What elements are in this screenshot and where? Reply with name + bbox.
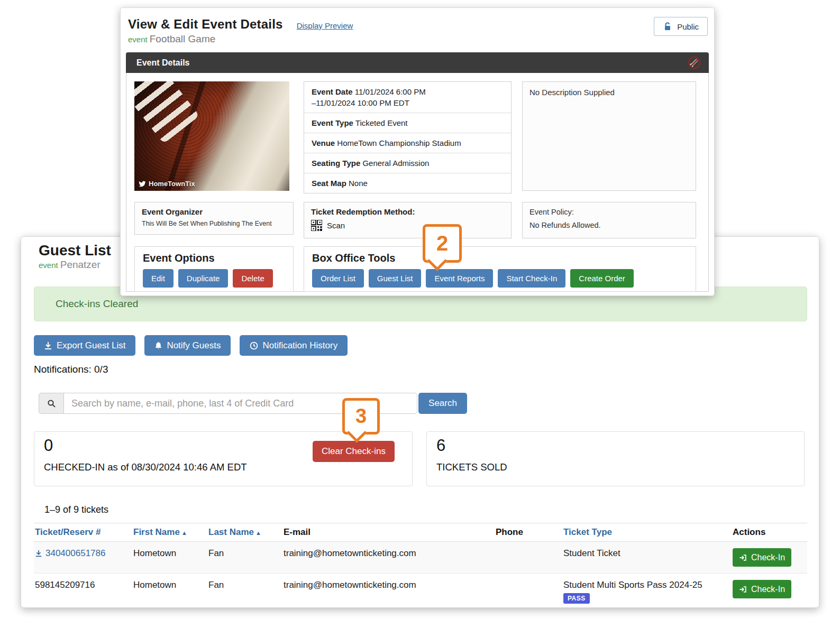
sign-in-icon <box>739 554 747 561</box>
redemption-title: Ticket Redemption Method: <box>311 207 504 216</box>
cell-last-name: Fan <box>207 542 282 574</box>
export-guest-list-label: Export Guest List <box>57 340 125 351</box>
tickets-sold-label: TICKETS SOLD <box>436 461 507 473</box>
notification-history-button[interactable]: Notification History <box>240 335 348 356</box>
sign-in-icon <box>739 586 747 593</box>
twitter-bird-icon <box>139 181 146 187</box>
checked-in-label: CHECKED-IN as of 08/30/2024 10:46 AM EDT <box>44 461 247 473</box>
check-in-button[interactable]: Check-In <box>733 580 791 598</box>
cell-email: training@hometownticketing.com <box>282 542 495 574</box>
step-2-callout: 2 <box>423 224 462 263</box>
col-header-last-name[interactable]: Last Name▲ <box>207 523 282 542</box>
page-title: View & Edit Event Details <box>128 17 283 32</box>
football-stripe <box>171 81 289 191</box>
table-row: 340400651786 Hometown Fan training@homet… <box>34 542 807 574</box>
organizer-title: Event Organizer <box>142 207 286 216</box>
event-options-title: Event Options <box>143 252 285 264</box>
cell-last-name: Fan <box>207 574 282 608</box>
cell-first-name: Hometown <box>132 542 207 574</box>
public-visibility-button[interactable]: Public <box>654 17 708 36</box>
order-list-button[interactable]: Order List <box>312 269 364 288</box>
event-options-box: Event Options Edit Duplicate Delete <box>134 246 294 292</box>
sort-asc-icon: ▲ <box>181 530 187 536</box>
pass-badge: PASS <box>563 593 590 604</box>
field-venue: Venue HomeTown Championship Stadium <box>304 133 511 153</box>
event-label: event <box>39 261 58 270</box>
tickets-sold-stat-card: 6 TICKETS SOLD <box>426 431 805 486</box>
event-name: Penatzer <box>60 259 101 270</box>
clock-icon <box>250 341 258 350</box>
section-title: Event Details <box>136 58 189 68</box>
cell-email: training@hometownticketing.com <box>282 574 495 608</box>
ticket-number-text: 598145209716 <box>34 574 132 608</box>
table-header-row: Ticket/Reserv # First Name▲ Last Name▲ E… <box>34 523 807 542</box>
field-event-type: Event Type Ticketed Event <box>304 113 511 133</box>
image-watermark: HomeTownTix <box>149 180 195 188</box>
field-seating-type: Seating Type General Admission <box>304 153 511 173</box>
clear-checkins-button[interactable]: Clear Check-ins <box>313 441 395 462</box>
cell-phone <box>495 574 562 608</box>
public-label: Public <box>677 22 699 31</box>
check-in-label: Check-In <box>751 553 785 562</box>
create-order-button[interactable]: Create Order <box>570 269 634 288</box>
col-header-first-name[interactable]: First Name▲ <box>132 523 207 542</box>
col-header-phone: Phone <box>495 523 562 542</box>
redemption-method: Scan <box>327 221 345 230</box>
event-name: Football Game <box>150 33 216 44</box>
guest-table: Ticket/Reserv # First Name▲ Last Name▲ E… <box>34 523 807 608</box>
alert-text: Check-ins Cleared <box>56 298 138 310</box>
search-button[interactable]: Search <box>418 393 467 414</box>
unlock-icon <box>663 22 672 32</box>
event-reports-button[interactable]: Event Reports <box>426 269 493 288</box>
sort-asc-icon: ▲ <box>255 530 261 536</box>
tickets-sold-count: 6 <box>436 436 445 455</box>
col-header-ticket[interactable]: Ticket/Reserv # <box>34 523 132 542</box>
field-event-date: Event Date 11/01/2024 6:00 PM –11/01/202… <box>304 82 511 113</box>
bell-icon <box>154 341 162 350</box>
cell-first-name: Hometown <box>132 574 207 608</box>
step-3-callout: 3 <box>342 398 380 435</box>
search-icon <box>39 393 63 414</box>
box-office-tools-title: Box Office Tools <box>312 252 688 264</box>
guest-list-header: Guest List eventPenatzer <box>39 242 111 271</box>
notification-history-label: Notification History <box>262 340 337 351</box>
col-header-ticket-type[interactable]: Ticket Type <box>562 523 732 542</box>
qr-code-icon <box>311 220 322 231</box>
notifications-count: Notifications: 0/3 <box>34 364 108 375</box>
event-description-box: No Description Supplied <box>522 81 696 191</box>
cell-ticket-type: Student Ticket <box>562 542 732 574</box>
ticket-redemption-box: Ticket Redemption Method: Scan <box>304 202 512 238</box>
tools-disabled-icon[interactable] <box>687 56 701 70</box>
football-laces <box>134 81 199 144</box>
edit-button[interactable]: Edit <box>143 269 174 288</box>
notify-guests-button[interactable]: Notify Guests <box>144 335 231 356</box>
policy-title: Event Policy: <box>529 208 689 216</box>
box-office-tools-box: Box Office Tools Order List Guest List E… <box>304 246 696 292</box>
delete-button[interactable]: Delete <box>233 269 272 288</box>
cell-phone <box>495 542 562 574</box>
event-policy-box: Event Policy: No Refunds Allowed. <box>522 202 696 238</box>
start-check-in-button[interactable]: Start Check-In <box>498 269 565 288</box>
pagination-summary: 1–9 of 9 tickets <box>44 504 108 515</box>
ticket-download-icon <box>35 550 42 557</box>
export-guest-list-button[interactable]: Export Guest List <box>34 335 135 356</box>
duplicate-button[interactable]: Duplicate <box>178 269 229 288</box>
check-in-button[interactable]: Check-In <box>733 548 791 567</box>
check-in-label: Check-In <box>751 585 785 594</box>
ticket-number-link[interactable]: 340400651786 <box>35 548 105 559</box>
event-fields-list: Event Date 11/01/2024 6:00 PM –11/01/202… <box>304 81 512 193</box>
display-preview-link[interactable]: Display Preview <box>297 21 353 30</box>
col-header-actions: Actions <box>732 523 807 542</box>
policy-text: No Refunds Allowed. <box>529 221 689 229</box>
page-title: Guest List <box>39 242 111 259</box>
organizer-note: This Will Be Set When Publishing The Eve… <box>142 220 286 227</box>
event-label: event <box>128 35 148 44</box>
event-details-panel: View & Edit Event Details Display Previe… <box>120 7 715 296</box>
col-header-email: E-mail <box>282 523 495 542</box>
guest-list-button[interactable]: Guest List <box>369 269 422 288</box>
checked-in-count: 0 <box>44 436 53 455</box>
field-seat-map: Seat Map None <box>304 173 511 193</box>
table-row: 598145209716 Hometown Fan training@homet… <box>34 574 807 608</box>
download-icon <box>44 341 52 350</box>
cell-ticket-type: Student Multi Sports Pass 2024-25 PASS <box>562 574 732 608</box>
